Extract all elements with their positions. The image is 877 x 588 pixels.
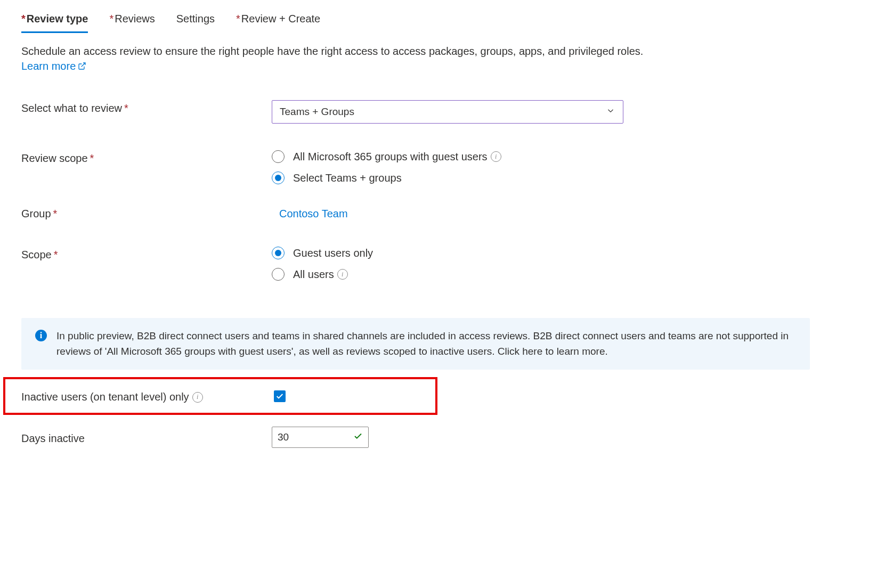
review-scope-option-select[interactable]: Select Teams + groups <box>272 172 856 184</box>
tab-label: Settings <box>176 13 215 24</box>
days-inactive-row: Days inactive 30 <box>21 427 856 448</box>
learn-more-link[interactable]: Learn more <box>21 59 86 74</box>
group-value: Contoso Team <box>279 208 348 219</box>
review-scope-radio-group: All Microsoft 365 groups with guest user… <box>272 150 856 184</box>
radio-label: Select Teams + groups <box>293 172 402 184</box>
scope-radio-group: Guest users only All users i <box>272 247 856 281</box>
info-banner: i In public preview, B2B direct connect … <box>21 318 810 370</box>
tab-label: Review type <box>27 13 88 24</box>
info-icon: i <box>35 330 47 341</box>
info-icon[interactable]: i <box>491 151 501 162</box>
radio-icon <box>272 247 285 259</box>
tab-reviews[interactable]: *Reviews <box>109 10 155 33</box>
tab-review-type[interactable]: *Review type <box>21 10 88 33</box>
select-what-value: Teams + Groups <box>280 106 354 118</box>
select-what-dropdown[interactable]: Teams + Groups <box>272 100 623 124</box>
required-asterisk: * <box>21 13 26 24</box>
description-text: Schedule an access review to ensure the … <box>21 44 856 74</box>
scope-option-all[interactable]: All users i <box>272 268 856 281</box>
tab-label: Reviews <box>115 13 155 24</box>
radio-icon <box>272 172 285 184</box>
radio-icon <box>272 268 285 281</box>
group-link[interactable]: Contoso Team <box>272 206 856 220</box>
review-scope-label: Review scope* <box>21 150 272 165</box>
select-what-label: Select what to review* <box>21 100 272 115</box>
required-asterisk: * <box>109 13 113 24</box>
radio-label: All users <box>293 268 334 281</box>
chevron-down-icon <box>606 106 615 118</box>
radio-label: Guest users only <box>293 247 373 259</box>
required-asterisk: * <box>236 13 240 24</box>
scope-option-guest[interactable]: Guest users only <box>272 247 856 259</box>
svg-line-0 <box>82 63 85 67</box>
days-inactive-label: Days inactive <box>21 430 272 445</box>
scope-label: Scope* <box>21 247 272 261</box>
learn-more-label: Learn more <box>21 59 76 74</box>
tab-review-create[interactable]: *Review + Create <box>236 10 320 33</box>
check-icon <box>275 392 284 401</box>
banner-text: In public preview, B2B direct connect us… <box>56 329 796 359</box>
inactive-users-highlight: Inactive users (on tenant level) only i <box>3 377 437 415</box>
valid-check-icon <box>353 431 363 444</box>
inactive-users-checkbox[interactable] <box>274 390 286 402</box>
radio-icon <box>272 150 285 163</box>
tabs: *Review type *Reviews Settings *Review +… <box>21 10 856 33</box>
inactive-users-label: Inactive users (on tenant level) only i <box>21 389 274 403</box>
days-inactive-input[interactable]: 30 <box>272 427 369 448</box>
info-icon[interactable]: i <box>337 269 348 280</box>
group-label: Group* <box>21 206 272 220</box>
description-content: Schedule an access review to ensure the … <box>21 45 643 57</box>
radio-label: All Microsoft 365 groups with guest user… <box>293 151 488 163</box>
external-link-icon <box>78 62 86 70</box>
tab-label: Review + Create <box>241 13 320 24</box>
review-scope-option-all[interactable]: All Microsoft 365 groups with guest user… <box>272 150 856 163</box>
tab-settings[interactable]: Settings <box>176 10 215 33</box>
days-inactive-value: 30 <box>278 431 289 443</box>
info-icon[interactable]: i <box>192 392 203 403</box>
